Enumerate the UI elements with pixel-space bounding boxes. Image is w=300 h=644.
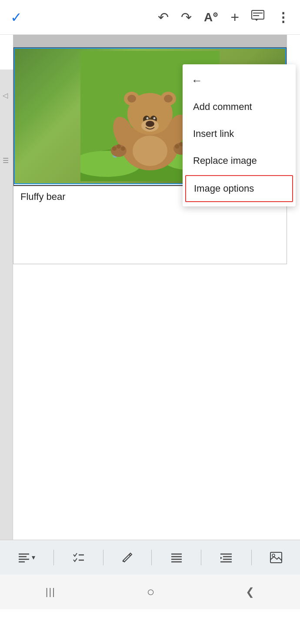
checklist-button[interactable] (73, 552, 85, 563)
svg-point-22 (146, 121, 154, 127)
comment-icon[interactable] (251, 10, 264, 24)
svg-rect-0 (252, 10, 264, 19)
edit-button[interactable] (122, 552, 133, 563)
paragraph-button[interactable] (170, 552, 183, 563)
align-button[interactable]: ▾ (18, 552, 35, 563)
toolbar-right: ↶ ↷ A⚙ + ⋮ (158, 9, 290, 26)
insert-link-label: Insert link (193, 128, 234, 139)
svg-point-14 (127, 95, 136, 103)
check-icon[interactable]: ✓ (10, 9, 22, 26)
svg-line-40 (129, 554, 130, 556)
svg-point-26 (112, 146, 117, 151)
svg-rect-51 (270, 552, 282, 563)
replace-image-label: Replace image (193, 155, 257, 166)
page-content: ◁ ☰ (0, 35, 300, 609)
svg-point-33 (133, 136, 167, 166)
toolbar-left: ✓ (10, 9, 22, 26)
nav-home-icon[interactable]: ○ (147, 584, 155, 599)
svg-marker-50 (220, 557, 222, 559)
margin-align-icon: ☰ (3, 156, 9, 165)
more-icon[interactable]: ⋮ (277, 10, 290, 25)
dropdown-item-add-comment[interactable]: Add comment (183, 93, 296, 120)
indent-button[interactable] (220, 552, 233, 563)
add-comment-label: Add comment (193, 101, 252, 112)
left-margin-strip: ◁ ☰ (0, 70, 13, 574)
redo-icon[interactable]: ↷ (181, 10, 192, 25)
dropdown-item-image-options[interactable]: Image options (185, 175, 293, 202)
dropdown-menu: ← Add comment Insert link Replace image … (183, 64, 296, 206)
image-options-label: Image options (194, 183, 254, 194)
divider-2 (103, 550, 103, 565)
svg-point-16 (164, 95, 173, 103)
svg-point-30 (175, 144, 179, 149)
svg-point-20 (153, 117, 156, 120)
doc-body (13, 264, 287, 568)
caption-text: Fluffy bear (20, 191, 66, 202)
dropdown-back-button[interactable]: ← (183, 68, 296, 93)
text-format-icon[interactable]: A⚙ (204, 10, 218, 24)
divider-5 (251, 550, 252, 565)
image-insert-button[interactable] (270, 552, 282, 563)
svg-point-28 (121, 146, 125, 151)
system-nav-bar: ||| ○ ❮ (0, 574, 300, 609)
svg-point-27 (117, 144, 121, 149)
ruler-bar (13, 35, 287, 47)
svg-point-52 (272, 554, 275, 557)
back-arrow-icon: ← (191, 74, 203, 87)
divider-1 (53, 550, 54, 565)
bottom-toolbar: ▾ (0, 540, 300, 574)
svg-point-19 (147, 117, 149, 120)
divider-4 (201, 550, 201, 565)
add-icon[interactable]: + (230, 9, 239, 26)
undo-icon[interactable]: ↶ (158, 10, 169, 25)
divider-3 (151, 550, 152, 565)
top-toolbar: ✓ ↶ ↷ A⚙ + ⋮ (0, 0, 300, 35)
dropdown-item-insert-link[interactable]: Insert link (183, 120, 296, 147)
nav-back-icon[interactable]: ❮ (246, 586, 254, 598)
nav-menu-icon[interactable]: ||| (46, 586, 56, 598)
svg-marker-3 (255, 19, 258, 21)
dropdown-item-replace-image[interactable]: Replace image (183, 147, 296, 174)
margin-resize-icon: ◁ (3, 91, 8, 100)
